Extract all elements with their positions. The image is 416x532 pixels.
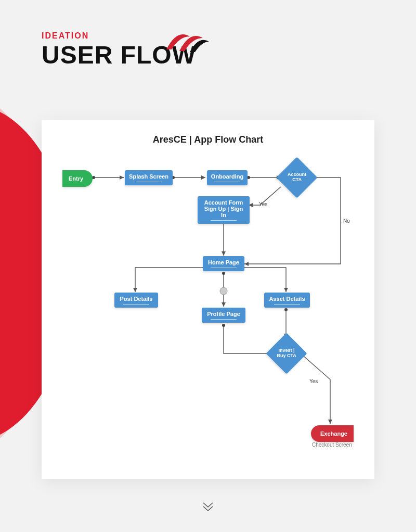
svg-point-9: [222, 324, 225, 327]
logo-icon: [161, 26, 213, 57]
node-entry: Entry: [62, 170, 93, 187]
scroll-chevron-icon[interactable]: [200, 499, 216, 516]
node-post-details: Post Details: [114, 293, 158, 308]
node-splash: Splash Screen: [125, 170, 173, 185]
svg-point-7: [222, 272, 225, 275]
node-label: Account CTA: [287, 172, 307, 183]
node-label: Invest | Buy CTA: [276, 348, 297, 359]
node-account-form: Account Form Sign Up | Sign In: [198, 196, 250, 224]
edge-label-yes2: Yes: [309, 378, 318, 384]
svg-point-8: [220, 287, 227, 295]
node-label: Home Page: [208, 259, 239, 265]
node-label: Splash Screen: [129, 173, 168, 180]
node-home: Home Page: [203, 256, 244, 271]
node-label: Profile Page: [207, 311, 240, 317]
node-label: Post Details: [120, 296, 153, 302]
edge-label-no: No: [343, 218, 350, 224]
node-label: Entry: [69, 175, 83, 182]
node-label: Onboarding: [211, 173, 243, 180]
flowchart-panel: AresCE | App Flow Chart: [42, 120, 374, 479]
exchange-caption: Checkout Screen: [312, 442, 352, 448]
chart-title: AresCE | App Flow Chart: [42, 134, 374, 145]
svg-point-10: [284, 308, 288, 311]
node-exchange: Exchange: [311, 425, 354, 442]
edge-label-yes1: Yes: [259, 201, 267, 207]
node-label: Asset Details: [269, 296, 305, 302]
node-label: Account Form Sign Up | Sign In: [202, 199, 245, 218]
flowchart-canvas: Entry Splash Screen Onboarding Account C…: [42, 145, 374, 478]
node-onboarding: Onboarding: [207, 170, 248, 185]
node-asset-details: Asset Details: [264, 293, 310, 308]
node-profile: Profile Page: [202, 308, 245, 323]
header: IDEATION USER FLOW: [42, 31, 196, 69]
node-label: Exchange: [320, 430, 347, 437]
